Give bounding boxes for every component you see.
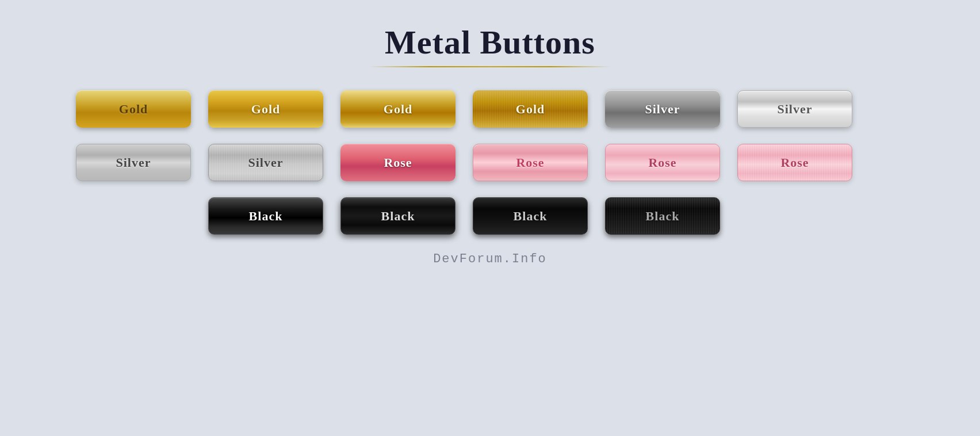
button-gold-1[interactable]: Gold xyxy=(76,90,191,128)
title-divider xyxy=(369,66,611,67)
button-black-2[interactable]: Black xyxy=(340,197,455,235)
button-rose-4[interactable]: Rose xyxy=(737,144,852,181)
button-gold-3[interactable]: Gold xyxy=(340,90,455,128)
button-rose-3[interactable]: Rose xyxy=(605,144,720,181)
button-gold-2[interactable]: Gold xyxy=(208,90,323,128)
button-silver-3[interactable]: Silver xyxy=(76,144,191,181)
buttons-row-3: Black Black Black Black xyxy=(208,197,720,235)
button-rose-1[interactable]: Rose xyxy=(340,144,455,181)
button-black-1[interactable]: Black xyxy=(208,197,323,235)
button-rose-2[interactable]: Rose xyxy=(473,144,588,181)
button-silver-1[interactable]: Silver xyxy=(605,90,720,128)
button-gold-4[interactable]: Gold xyxy=(473,90,588,128)
button-silver-4[interactable]: Silver xyxy=(208,144,323,181)
page-title: Metal Buttons xyxy=(385,23,595,62)
button-silver-2[interactable]: Silver xyxy=(737,90,852,128)
buttons-row-2: Silver Silver Rose Rose Rose Rose xyxy=(76,144,852,181)
button-black-3[interactable]: Black xyxy=(473,197,588,235)
buttons-grid: Gold Gold Gold Gold Silver Silver Silver… xyxy=(41,90,939,235)
footer-text: DevForum.Info xyxy=(433,252,547,266)
buttons-row-1: Gold Gold Gold Gold Silver Silver xyxy=(76,90,852,128)
button-black-4[interactable]: Black xyxy=(605,197,720,235)
